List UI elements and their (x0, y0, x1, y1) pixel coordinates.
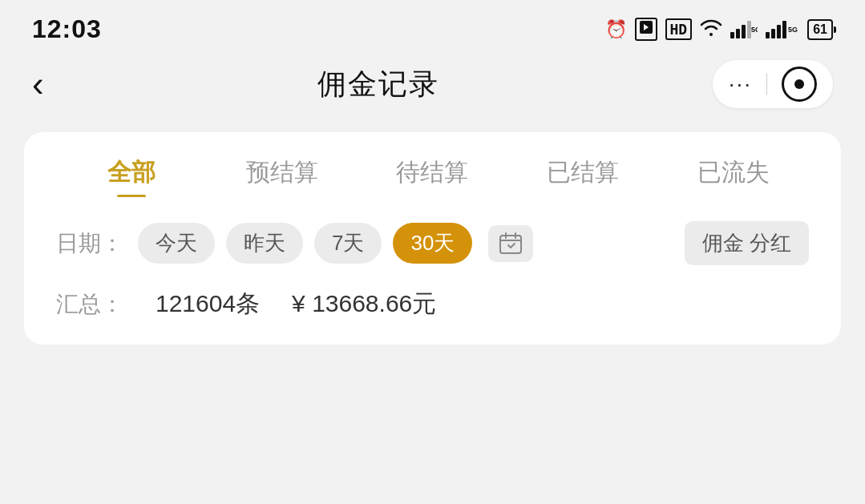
tab-pending-settlement[interactable]: 待结算 (358, 156, 508, 197)
wifi-icon (700, 18, 722, 41)
svg-text:5G: 5G (751, 26, 758, 34)
summary-row: 汇总： 121604条 ¥ 13668.66元 (56, 288, 809, 321)
more-button[interactable]: ··· (729, 73, 767, 95)
tab-pre-settlement[interactable]: 预结算 (207, 156, 358, 197)
tab-settled[interactable]: 已结算 (507, 156, 658, 197)
nav-actions: ··· (713, 60, 833, 108)
status-icons: ⏰ HD 5G (605, 18, 833, 41)
page-title: 佣金记录 (317, 65, 439, 104)
svg-rect-10 (782, 21, 786, 38)
summary-amount: ¥ 13668.66元 (292, 288, 436, 321)
filter-7days[interactable]: 7天 (314, 223, 382, 264)
target-circle-icon (782, 67, 817, 102)
svg-rect-2 (730, 32, 734, 38)
calendar-button[interactable] (488, 225, 533, 262)
target-dot-icon (794, 79, 804, 89)
nav-bar: ‹ 佣金记录 ··· (0, 52, 865, 124)
svg-rect-3 (736, 29, 740, 38)
summary-label: 汇总： (56, 289, 123, 320)
tab-all[interactable]: 全部 (56, 156, 207, 197)
signal-5g-2-icon: 5G (766, 21, 799, 38)
bluetooth-device-icon (635, 18, 657, 41)
date-filter-label: 日期： (56, 228, 123, 259)
alarm-icon: ⏰ (605, 19, 627, 40)
signal-5g-1-icon: 5G (730, 21, 758, 38)
svg-text:5G: 5G (788, 26, 798, 34)
target-button[interactable] (767, 67, 817, 102)
svg-rect-1 (645, 26, 646, 29)
tab-lost[interactable]: 已流失 (658, 156, 809, 197)
tabs-container: 全部 预结算 待结算 已结算 已流失 (56, 156, 809, 197)
svg-rect-9 (777, 25, 781, 38)
hd-icon: HD (665, 18, 693, 40)
svg-rect-7 (766, 32, 770, 38)
battery-icon: 61 (807, 19, 833, 40)
svg-rect-8 (771, 29, 775, 38)
summary-count: 121604条 (156, 288, 260, 321)
status-bar: 12:03 ⏰ HD (0, 0, 865, 52)
back-button[interactable]: ‹ (32, 67, 44, 102)
filter-row: 日期： 今天 昨天 7天 30天 佣金 分红 (56, 221, 809, 265)
svg-rect-4 (742, 25, 746, 38)
status-time: 12:03 (32, 14, 102, 44)
filter-today[interactable]: 今天 (138, 223, 215, 264)
filter-30days[interactable]: 30天 (393, 223, 472, 264)
filter-yesterday[interactable]: 昨天 (226, 223, 303, 264)
svg-rect-12 (500, 236, 521, 253)
type-selector[interactable]: 佣金 分红 (685, 221, 809, 265)
main-card: 全部 预结算 待结算 已结算 已流失 日期： 今天 昨天 7天 30天 (24, 132, 841, 345)
calendar-icon (499, 232, 523, 256)
